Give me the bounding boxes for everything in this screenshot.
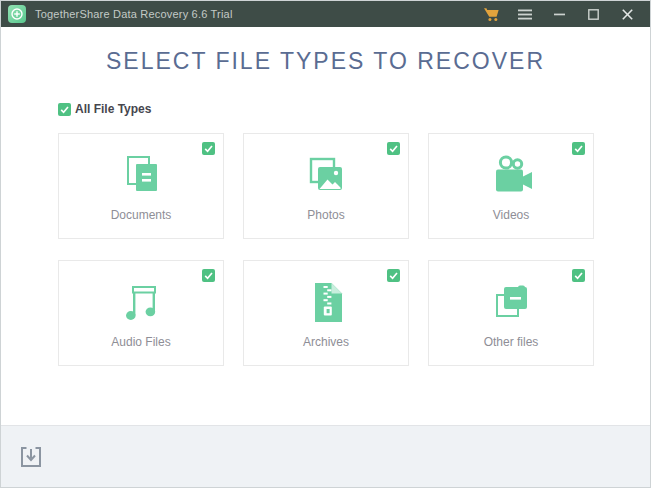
main-content: SELECT FILE TYPES TO RECOVER All File Ty… xyxy=(1,27,650,425)
videos-checkbox-icon[interactable] xyxy=(572,142,585,155)
photos-checkbox-icon[interactable] xyxy=(387,142,400,155)
card-photos[interactable]: Photos xyxy=(243,133,409,239)
documents-checkbox-icon[interactable] xyxy=(202,142,215,155)
videos-icon xyxy=(487,151,535,199)
card-videos[interactable]: Videos xyxy=(428,133,594,239)
file-type-grid: Documents Photos xyxy=(58,133,593,366)
window-title: TogetherShare Data Recovery 6.6 Trial xyxy=(35,8,474,20)
card-label: Archives xyxy=(303,335,349,349)
card-other-files[interactable]: Other files xyxy=(428,260,594,366)
other-files-icon xyxy=(487,278,535,326)
other-files-checkbox-icon[interactable] xyxy=(572,269,585,282)
titlebar-controls xyxy=(474,1,644,27)
card-documents[interactable]: Documents xyxy=(58,133,224,239)
card-label: Photos xyxy=(307,208,344,222)
audio-files-icon xyxy=(117,278,165,326)
card-label: Videos xyxy=(493,208,529,222)
page-title: SELECT FILE TYPES TO RECOVER xyxy=(1,48,650,75)
archives-checkbox-icon[interactable] xyxy=(387,269,400,282)
card-label: Other files xyxy=(484,335,539,349)
close-icon[interactable] xyxy=(610,1,644,27)
audio-checkbox-icon[interactable] xyxy=(202,269,215,282)
all-file-types-checkbox[interactable]: All File Types xyxy=(58,102,650,116)
all-file-types-label: All File Types xyxy=(75,102,151,116)
minimize-icon[interactable] xyxy=(542,1,576,27)
app-logo-icon xyxy=(8,5,26,23)
card-archives[interactable]: Archives xyxy=(243,260,409,366)
download-icon[interactable] xyxy=(19,445,43,469)
checkbox-checked-icon[interactable] xyxy=(58,103,71,116)
photos-icon xyxy=(302,151,350,199)
card-label: Audio Files xyxy=(111,335,170,349)
documents-icon xyxy=(117,151,165,199)
cart-icon[interactable] xyxy=(474,1,508,27)
card-audio-files[interactable]: Audio Files xyxy=(58,260,224,366)
footer-bar xyxy=(1,425,650,487)
menu-icon[interactable] xyxy=(508,1,542,27)
archives-icon xyxy=(302,278,350,326)
card-label: Documents xyxy=(111,208,172,222)
titlebar: TogetherShare Data Recovery 6.6 Trial xyxy=(1,1,650,27)
app-window: TogetherShare Data Recovery 6.6 Trial xyxy=(0,0,651,488)
maximize-icon[interactable] xyxy=(576,1,610,27)
